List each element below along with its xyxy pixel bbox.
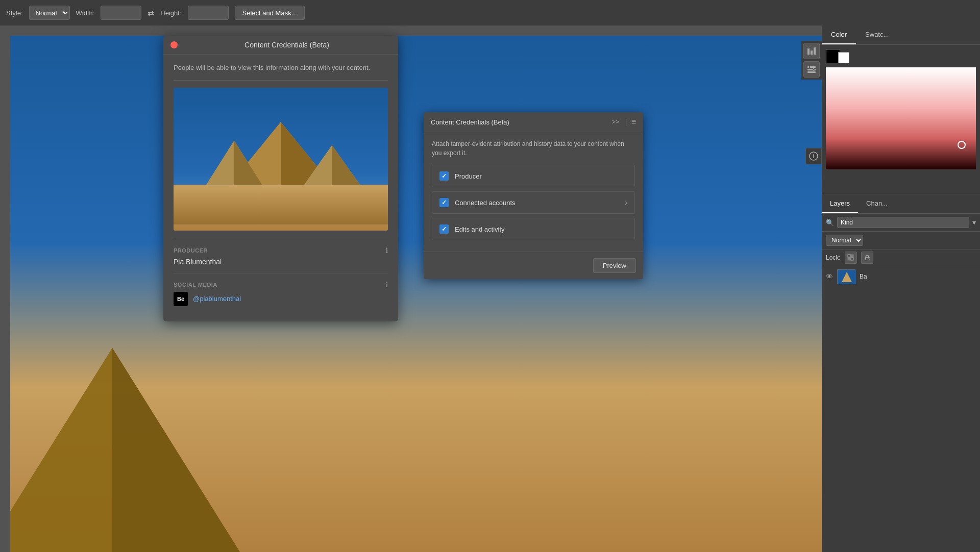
layer-item[interactable]: 👁 Ba [822,266,980,287]
svg-rect-15 [807,71,816,73]
svg-rect-21 [851,255,853,257]
content-credentials-panel: Content Credentials (Beta) >> | ≡ Attach… [424,112,643,279]
tab-color[interactable]: Color [822,26,856,44]
background-pyramid-svg [10,348,240,552]
layers-mode-select[interactable]: Normal [826,235,863,246]
producer-section-title: PRODUCER [174,247,208,254]
svg-point-16 [808,66,811,68]
lock-label: Lock: [826,254,841,261]
behance-icon: Bé [174,292,188,306]
connected-accounts-chevron-icon: › [625,198,627,207]
content-credentials-popup: Content Credentials (Beta) People will b… [163,36,398,321]
style-select[interactable]: Normal [29,6,70,20]
connected-accounts-checkbox-item[interactable]: Connected accounts › [432,191,635,214]
tab-channels[interactable]: Chan... [858,194,896,213]
tab-layers[interactable]: Layers [822,194,858,213]
popup-body: People will be able to view this informa… [163,55,398,321]
panel-divider: | [625,118,627,126]
connected-accounts-checkbox[interactable] [439,198,449,207]
info-panel-button[interactable]: i [805,148,822,164]
lock-transparency-icon [847,254,854,261]
producer-checkbox[interactable] [439,171,449,181]
tab-swatches[interactable]: Swatc... [856,26,898,44]
svg-rect-10 [807,48,810,55]
swap-icon: ⇄ [148,8,154,18]
color-panel [822,45,980,219]
layer-thumbnail [837,269,855,284]
popup-description: People will be able to view this informa… [174,63,388,73]
social-handle-link[interactable]: @piablumenthal [193,295,241,303]
lock-paint-button[interactable] [861,252,873,264]
adjustments-icon-button[interactable] [803,61,820,78]
svg-rect-20 [848,255,850,257]
layers-panel: Layers Chan... 🔍 Kind ▾ Normal Lock: [822,194,980,552]
edits-activity-checkbox-item[interactable]: Edits and activity [432,218,635,240]
color-gradient-picker[interactable] [826,67,976,169]
layers-search-icon: 🔍 [826,219,834,227]
svg-rect-22 [848,258,850,260]
panel-body: Attach tamper-evident attribution and hi… [424,132,643,252]
background-color-swatch[interactable] [838,52,849,63]
social-media-row: Bé @piablumenthal [174,292,388,306]
height-input[interactable] [188,6,229,20]
connected-accounts-label: Connected accounts [455,199,625,207]
width-label: Width: [76,9,95,17]
producer-section: PRODUCER ℹ Pia Blumenthal [174,239,388,273]
info-icon-svg: i [809,152,818,161]
layers-kind-input[interactable]: Kind [837,217,969,228]
social-media-section-header: SOCIAL MEDIA ℹ [174,281,388,289]
popup-title: Content Credentials (Beta) [183,41,391,49]
panel-title: Content Credentials (Beta) [431,118,606,126]
social-media-title: SOCIAL MEDIA [174,282,217,288]
svg-point-17 [813,69,815,71]
producer-info-icon[interactable]: ℹ [385,246,388,255]
producer-name: Pia Blumenthal [174,258,388,266]
color-indicator [958,141,966,149]
lock-paint-icon [864,254,871,261]
panel-header: Content Credentials (Beta) >> | ≡ [424,112,643,132]
color-swatches-row [826,49,976,63]
style-label: Style: [6,9,23,17]
layers-mode-row: Normal [822,232,980,249]
panel-menu-button[interactable]: ≡ [631,117,636,127]
lock-row: Lock: [822,249,980,266]
toolbar: Style: Normal Width: ⇄ Height: Select an… [0,0,980,26]
right-panel: Color Swatc... [822,26,980,219]
preview-button[interactable]: Preview [593,258,636,273]
popup-titlebar: Content Credentials (Beta) [163,36,398,55]
edits-activity-label: Edits and activity [455,225,627,233]
producer-checkbox-item[interactable]: Producer [432,165,635,187]
svg-marker-1 [112,348,240,552]
width-input[interactable] [101,6,141,20]
panel-footer: Preview [424,252,643,279]
svg-text:i: i [813,154,815,159]
histogram-icon-button[interactable] [803,43,820,59]
layers-tabs: Layers Chan... [822,194,980,214]
popup-close-button[interactable] [170,41,178,48]
layer-visibility-icon[interactable]: 👁 [826,272,833,281]
layers-kind-dropdown-icon[interactable]: ▾ [972,218,976,227]
panel-description: Attach tamper-evident attribution and hi… [432,139,635,158]
popup-pyramid-svg [174,88,388,231]
histogram-icon [807,46,816,56]
side-icons-panel [801,41,822,80]
layers-search-row: 🔍 Kind ▾ [822,214,980,232]
canvas-background [10,36,822,552]
svg-rect-23 [851,258,853,260]
lock-transparency-button[interactable] [845,252,857,264]
layer-name-label: Ba [860,273,976,280]
layer-thumb-svg [838,270,856,284]
panel-expand-button[interactable]: >> [610,117,621,127]
producer-section-header: PRODUCER ℹ [174,246,388,255]
popup-divider [174,80,388,81]
adjustments-icon [807,65,816,74]
producer-checkbox-label: Producer [455,172,627,180]
select-mask-button[interactable]: Select and Mask... [235,6,305,20]
svg-rect-11 [811,51,813,55]
height-label: Height: [160,9,181,17]
edits-activity-checkbox[interactable] [439,224,449,234]
svg-rect-3 [174,185,388,224]
svg-rect-12 [814,47,816,55]
popup-image [174,88,388,231]
social-media-info-icon[interactable]: ℹ [385,281,388,289]
